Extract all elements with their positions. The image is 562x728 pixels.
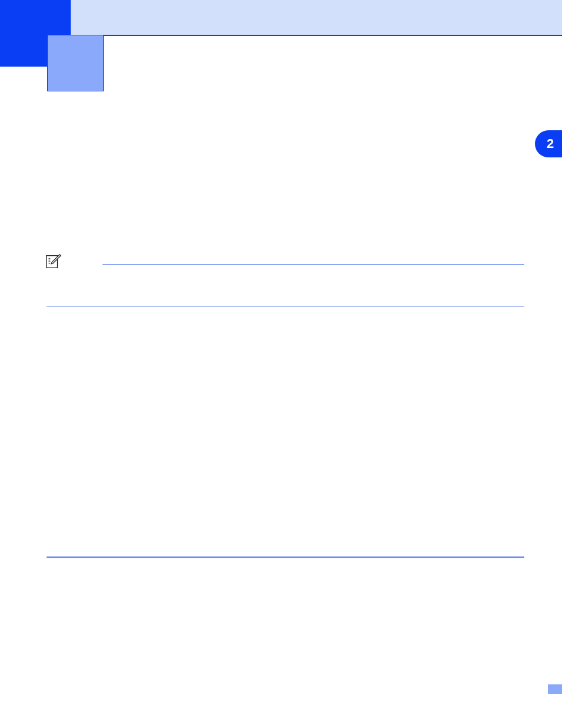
section-paragraph-2: An IP address is a series of numbers tha…	[47, 638, 524, 665]
example-value-1: 192.168.1.1	[71, 690, 117, 703]
page-content: To use your Brother machine in a network…	[47, 141, 524, 728]
example-list: •192.168.1.1 •192.168.1.2 •192.168.1.3	[61, 690, 524, 728]
section-paragraph-1: To use the machine in a networked TCP/IP…	[47, 569, 524, 608]
chapter-number: 2	[118, 45, 131, 73]
header-banner	[0, 0, 562, 35]
chapter-title: Setting Up Your Machine on a	[150, 46, 382, 65]
intro-paragraph-1: To use your Brother machine in a network…	[47, 141, 524, 195]
subsection-heading: IP address	[47, 619, 524, 632]
list-item: •192.168.1.2	[61, 707, 524, 720]
intro-paragraph-2: We recommend that you use the automatic …	[47, 200, 524, 240]
header-rule	[71, 35, 562, 36]
section-heading: IP addresses, subnet masks and gateways	[47, 539, 524, 554]
list-item: •192.168.1.1	[61, 690, 524, 703]
page-number: 9	[517, 681, 522, 691]
section-rule	[47, 556, 524, 558]
list-item: •192.168.1.3	[61, 723, 524, 728]
note-rule-top	[103, 264, 524, 265]
body-paragraph-3: Before using your Brother machine in a n…	[47, 327, 524, 366]
body-paragraph-6: If you prefer not to use the Brother ins…	[47, 477, 524, 503]
side-tab-label: 2	[547, 136, 554, 151]
footer-tab	[548, 684, 562, 694]
note-body: If you do not wish to, or are unable to …	[47, 271, 524, 298]
note-block: Note If you do not wish to, or are unabl…	[47, 256, 524, 307]
chapter-badge	[47, 35, 104, 91]
example-label: Example: In a small network, you would n…	[47, 671, 524, 684]
example-value-3: 192.168.1.3	[71, 723, 117, 728]
svg-rect-0	[47, 256, 58, 268]
chapter-subtitle: Network with an Ethernet Cable Connectio…	[150, 70, 395, 83]
example-value-2: 192.168.1.2	[71, 707, 117, 720]
body-paragraph-4: If your machine has already been configu…	[47, 373, 524, 426]
body-paragraph-5: The Brother installer on the CD-ROM supp…	[47, 431, 524, 471]
note-rule-bottom	[47, 306, 524, 307]
note-icon	[44, 252, 62, 270]
side-tab: 2	[535, 130, 562, 157]
